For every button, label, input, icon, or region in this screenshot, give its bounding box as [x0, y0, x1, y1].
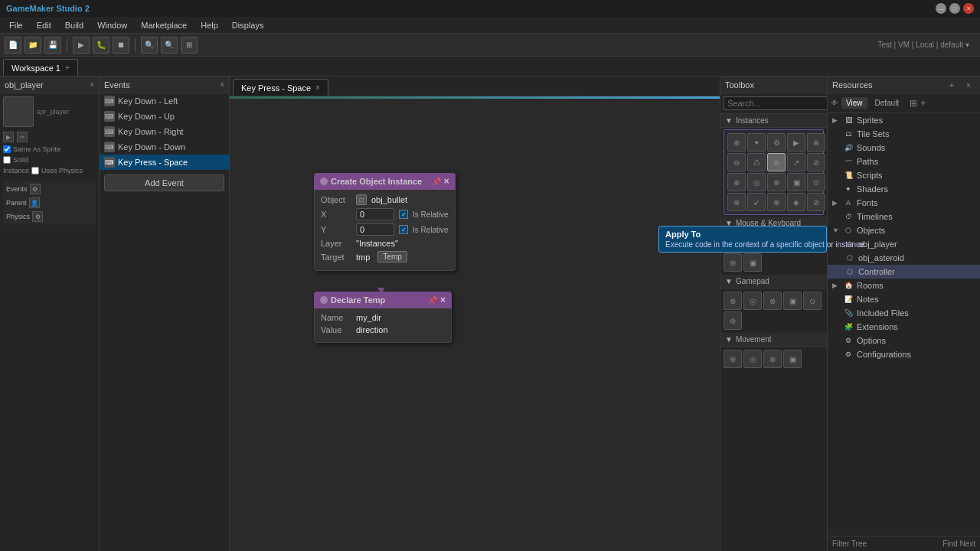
declare-temp-pin[interactable]: 📌 [428, 296, 437, 305]
tree-shaders[interactable]: ✦ Shaders [828, 182, 980, 196]
event-key-down[interactable]: ⌨ Key Down - Down [100, 139, 229, 155]
instances-section-header[interactable]: ▼ Instances [720, 114, 827, 128]
code-tab-close[interactable]: × [315, 83, 320, 92]
same-as-sprite-check[interactable] [3, 145, 11, 153]
tree-notes[interactable]: 📝 Notes [828, 292, 980, 306]
event-key-left[interactable]: ⌨ Key Down - Left [100, 93, 229, 109]
code-tab-space[interactable]: Key Press - Space × [233, 79, 328, 96]
toolbar-zoom-out[interactable]: 🔍 [161, 37, 178, 54]
movement-section-header[interactable]: ▼ Movement [720, 333, 827, 347]
resources-add-button[interactable]: + [945, 78, 959, 92]
close-button[interactable]: ✕ [963, 3, 974, 14]
toolbox-instance8[interactable]: ◎ [747, 173, 766, 191]
toolbox-instance10[interactable]: ▣ [787, 173, 805, 191]
toolbox-instance3[interactable]: ♺ [747, 153, 766, 171]
create-object-close[interactable]: × [444, 176, 449, 187]
target-select[interactable]: Temp [377, 251, 407, 262]
maximize-button[interactable]: □ [949, 3, 960, 14]
physics-icon[interactable]: ⚙ [32, 211, 43, 222]
toolbar-new[interactable]: 📄 [5, 37, 21, 54]
declare-temp-close[interactable]: × [440, 295, 446, 305]
y-relative-check[interactable]: ✓ [399, 225, 408, 234]
x-input[interactable]: 0 [356, 208, 394, 220]
toolbox-mk7[interactable]: ▣ [743, 253, 762, 272]
toolbox-search-input[interactable] [724, 96, 827, 110]
toolbox-instance5[interactable]: ↗ [787, 153, 805, 171]
tree-paths[interactable]: 〰 Paths [828, 155, 980, 168]
toolbox-gp2[interactable]: ◎ [743, 292, 762, 310]
menu-build[interactable]: Build [59, 19, 90, 31]
resources-view-tab[interactable]: View [841, 97, 867, 109]
event-key-up[interactable]: ⌨ Key Down - Up [100, 109, 229, 124]
event-key-right[interactable]: ⌨ Key Down - Right [100, 124, 229, 139]
tree-configurations[interactable]: ⚙ Configurations [828, 347, 980, 361]
filter-tree-link[interactable]: Filter Tree [832, 540, 867, 548]
create-object-header[interactable]: Create Object Instance 📌 × [314, 173, 456, 190]
workspace-tab[interactable]: Workspace 1 + [3, 59, 78, 76]
x-relative-check[interactable]: ✓ [399, 210, 408, 219]
tree-controller[interactable]: ⬡ Controller [828, 265, 980, 279]
toolbox-mk5[interactable]: ⊙ [803, 233, 822, 252]
menu-displays[interactable]: Displays [226, 19, 270, 31]
minimize-button[interactable]: — [936, 3, 946, 14]
toolbox-mv4[interactable]: ▣ [783, 350, 802, 368]
menu-marketplace[interactable]: Marketplace [135, 19, 193, 31]
toolbox-mk2[interactable]: ◎ [743, 233, 762, 252]
toolbox-gp6[interactable]: ⊛ [724, 311, 742, 330]
toolbox-instance11[interactable]: ⊙ [807, 173, 825, 191]
workspace-tab-close[interactable]: + [65, 64, 70, 72]
tree-options[interactable]: ⚙ Options [828, 334, 980, 347]
left-panel-close[interactable]: × [90, 80, 94, 89]
parent-icon[interactable]: 👤 [29, 197, 40, 208]
gamepad-section-header[interactable]: ▼ Gamepad [720, 275, 827, 289]
toolbox-mk4[interactable]: ▣ [783, 233, 802, 252]
events-panel-close[interactable]: × [220, 80, 224, 89]
tree-extensions[interactable]: 🧩 Extensions [828, 320, 980, 334]
toolbox-instance12[interactable]: ⊛ [727, 193, 746, 211]
menu-window[interactable]: Window [91, 19, 133, 31]
toolbox-instance14[interactable]: ⊕ [767, 193, 786, 211]
tree-tilesets[interactable]: 🗂 Tile Sets [828, 127, 980, 141]
toolbox-gp5[interactable]: ⊙ [803, 292, 822, 310]
edit-sprite-btn[interactable]: ✏ [17, 132, 28, 142]
toolbar-save[interactable]: 💾 [44, 37, 61, 54]
tree-scripts[interactable]: 📜 Scripts [828, 168, 980, 182]
tree-obj-player[interactable]: ⬡ obj_player [828, 237, 980, 251]
events-icon[interactable]: ⚙ [30, 184, 41, 194]
tree-sprites[interactable]: ▶ 🖼 Sprites [828, 113, 980, 127]
toolbar-open[interactable]: 📁 [24, 37, 41, 54]
tree-rooms[interactable]: ▶ 🏠 Rooms [828, 279, 980, 292]
toolbar-fit[interactable]: ⊞ [181, 37, 198, 54]
menu-help[interactable]: Help [194, 19, 224, 31]
toolbox-instance2[interactable]: ⊖ [727, 153, 746, 171]
toolbox-instance6[interactable]: ⊘ [807, 153, 825, 171]
toolbox-kill[interactable]: ⊗ [807, 133, 825, 152]
tree-sounds[interactable]: 🔊 Sounds [828, 141, 980, 155]
play-btn[interactable]: ▶ [3, 132, 14, 142]
tree-objects[interactable]: ▼ ⬡ Objects [828, 223, 980, 237]
add-event-button[interactable]: Add Event [104, 174, 224, 191]
toolbox-gp4[interactable]: ▣ [783, 292, 802, 310]
instance-check[interactable] [31, 167, 39, 174]
toolbox-instance15[interactable]: ◈ [787, 193, 805, 211]
toolbar-debug[interactable]: 🐛 [93, 37, 109, 54]
code-canvas[interactable]: Create Object Instance 📌 × Object □ obj_… [230, 96, 720, 551]
declare-temp-header[interactable]: Declare Temp 📌 × [314, 292, 452, 308]
resources-close-button[interactable]: × [962, 78, 975, 92]
toolbox-mk1[interactable]: ⊕ [724, 233, 742, 252]
event-key-space[interactable]: ⌨ Key Press - Space [100, 155, 229, 170]
menu-file[interactable]: File [3, 19, 29, 31]
toolbox-mv3[interactable]: ⊗ [763, 350, 782, 368]
find-next-link[interactable]: Find Next [942, 540, 975, 548]
menu-edit[interactable]: Edit [31, 19, 57, 31]
tree-fonts[interactable]: ▶ A Fonts [828, 196, 980, 210]
mouse-keyboard-section-header[interactable]: ▼ Mouse & Keyboard [720, 217, 827, 230]
toolbar-zoom-in[interactable]: 🔍 [141, 37, 158, 54]
toolbar-stop[interactable]: ⏹ [113, 37, 129, 54]
y-input[interactable]: 0 [356, 223, 394, 236]
toolbox-mk3[interactable]: ⊗ [763, 233, 782, 252]
toolbox-mv1[interactable]: ⊕ [724, 350, 742, 368]
toolbox-instance16[interactable]: ⊘ [807, 193, 825, 211]
toolbox-change[interactable]: ⚙ [767, 133, 786, 152]
create-object-pin[interactable]: 📌 [432, 178, 441, 186]
